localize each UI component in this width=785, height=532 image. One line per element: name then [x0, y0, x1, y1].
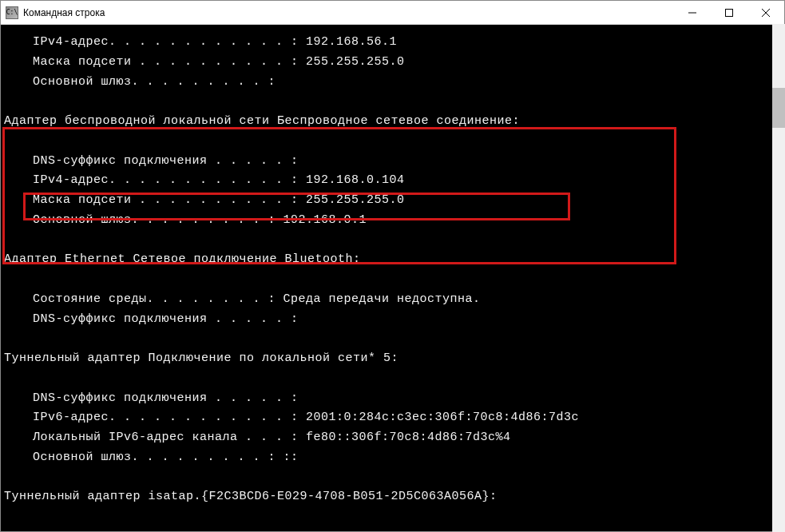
terminal-line: Основной шлюз. . . . . . . . . : 192.168… — [1, 211, 784, 231]
terminal-line: Маска подсети . . . . . . . . . . : 255.… — [1, 191, 784, 211]
maximize-button[interactable] — [711, 1, 747, 24]
close-button[interactable] — [747, 1, 784, 24]
terminal-line: DNS-суффикс подключения . . . . . : — [1, 310, 784, 330]
terminal-line — [1, 468, 784, 488]
terminal-line — [1, 231, 784, 251]
terminal-viewport[interactable]: IPv4-адрес. . . . . . . . . . . . : 192.… — [1, 25, 784, 531]
window-title: Командная строка — [23, 7, 105, 18]
terminal-output: IPv4-адрес. . . . . . . . . . . . : 192.… — [1, 25, 784, 507]
terminal-line: DNS-суффикс подключения . . . . . : — [1, 152, 784, 172]
titlebar-left: C:\ Командная строка — [6, 6, 105, 19]
terminal-line — [1, 369, 784, 389]
terminal-line — [1, 329, 784, 349]
terminal-line: IPv6-адрес. . . . . . . . . . . . : 2001… — [1, 408, 784, 428]
terminal-line — [1, 92, 784, 112]
cmd-icon: C:\ — [6, 6, 18, 19]
window-titlebar[interactable]: C:\ Командная строка — [1, 1, 784, 25]
terminal-line: Адаптер беспроводной локальной сети Бесп… — [1, 112, 784, 132]
terminal-line: IPv4-адрес. . . . . . . . . . . . : 192.… — [1, 33, 784, 53]
command-prompt-window: C:\ Командная строка IPv4-адрес. . . . .… — [0, 0, 785, 532]
vertical-scrollbar[interactable] — [772, 24, 785, 532]
terminal-line: Локальный IPv6-адрес канала . . . : fe80… — [1, 428, 784, 448]
terminal-line: IPv4-адрес. . . . . . . . . . . . : 192.… — [1, 171, 784, 191]
minimize-button[interactable] — [674, 1, 711, 24]
terminal-line: Состояние среды. . . . . . . . : Среда п… — [1, 290, 784, 310]
terminal-line: Маска подсети . . . . . . . . . . : 255.… — [1, 53, 784, 73]
terminal-line: Основной шлюз. . . . . . . . . : :: — [1, 448, 784, 468]
terminal-line: Адаптер Ethernet Сетевое подключение Blu… — [1, 250, 784, 270]
terminal-line: Туннельный адаптер Подключение по локаль… — [1, 349, 784, 369]
terminal-line: Туннельный адаптер isatap.{F2C3BCD6-E029… — [1, 487, 784, 507]
terminal-line — [1, 132, 784, 152]
terminal-line — [1, 270, 784, 290]
scrollbar-thumb[interactable] — [772, 88, 785, 128]
terminal-line: DNS-суффикс подключения . . . . . : — [1, 389, 784, 409]
terminal-line: Основной шлюз. . . . . . . . . : — [1, 73, 784, 93]
svg-rect-1 — [726, 9, 733, 16]
titlebar-controls — [674, 1, 784, 24]
